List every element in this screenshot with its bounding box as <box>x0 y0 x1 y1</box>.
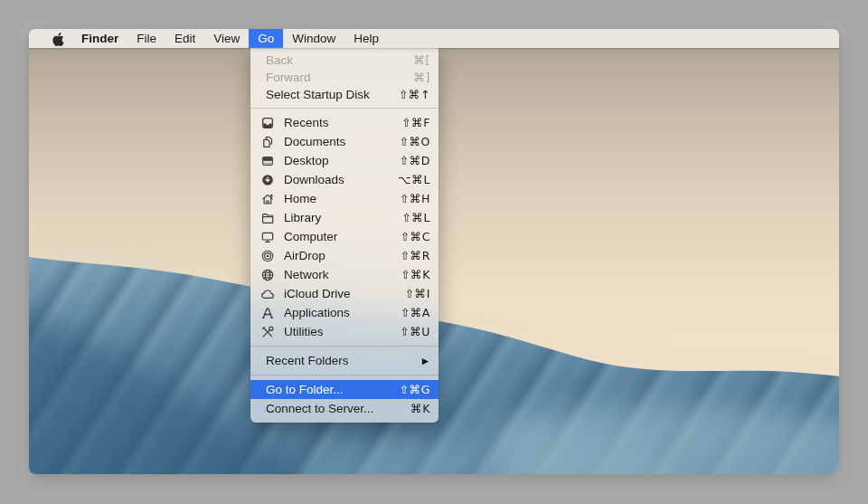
menu-separator <box>250 108 439 109</box>
menu-item-label: Recents <box>284 116 329 129</box>
menu-item-shortcut: ⇧⌘C <box>400 230 430 243</box>
menu-item-label: Applications <box>284 306 350 319</box>
menu-item-shortcut: ⌘] <box>413 71 430 84</box>
menubar-item-file[interactable]: File <box>127 29 165 48</box>
menu-item-computer[interactable]: Computer⇧⌘C <box>250 227 439 246</box>
menu-item-recents[interactable]: Recents⇧⌘F <box>250 113 439 132</box>
menubar-item-view[interactable]: View <box>204 29 249 48</box>
menu-item-connect-to-server[interactable]: Connect to Server...⌘K <box>250 399 439 418</box>
menu-item-airdrop[interactable]: AirDrop⇧⌘R <box>250 246 439 265</box>
menu-item-label: Documents <box>284 135 345 148</box>
menu-item-network[interactable]: Network⇧⌘K <box>250 265 439 284</box>
network-icon <box>260 268 276 282</box>
menubar-item-go[interactable]: Go <box>249 29 283 48</box>
menu-item-label: Connect to Server... <box>266 402 373 415</box>
menu-item-downloads[interactable]: Downloads⌥⌘L <box>250 170 439 189</box>
menu-item-label: Recent Folders <box>266 354 349 367</box>
home-icon <box>260 192 276 206</box>
menu-item-utilities[interactable]: Utilities⇧⌘U <box>250 322 439 341</box>
menu-item-shortcut: ⇧⌘I <box>405 287 430 300</box>
menu-item-go-to-folder[interactable]: Go to Folder...⇧⌘G <box>250 380 439 399</box>
menu-bar: FinderFileEditViewGoWindowHelp <box>29 29 839 48</box>
menu-item-shortcut: ⌘K <box>410 402 430 415</box>
go-menu-dropdown: Back⌘[Forward⌘]Select Startup Disk⇧⌘↑Rec… <box>250 48 439 423</box>
menu-separator <box>250 375 439 376</box>
icloud-icon <box>260 287 276 301</box>
menu-item-shortcut: ⇧⌘H <box>400 192 430 205</box>
menu-item-desktop[interactable]: Desktop⇧⌘D <box>250 151 439 170</box>
menu-item-back[interactable]: Back⌘[ <box>250 52 439 69</box>
screenshot-frame: { "menubar": { "apple_menu_icon": "apple… <box>0 0 868 504</box>
library-icon <box>260 211 276 225</box>
menubar-item-finder[interactable]: Finder <box>72 29 127 48</box>
utilities-icon <box>260 325 276 339</box>
applications-icon <box>260 306 276 320</box>
menu-item-shortcut: ⌘[ <box>413 53 430 67</box>
desktop-icon <box>260 154 276 168</box>
menu-item-documents[interactable]: Documents⇧⌘O <box>250 132 439 151</box>
menubar-item-window[interactable]: Window <box>283 29 344 48</box>
menu-item-shortcut: ⌥⌘L <box>398 173 430 186</box>
menu-item-label: Downloads <box>284 173 344 186</box>
menu-item-label: iCloud Drive <box>284 287 351 300</box>
menu-item-shortcut: ⇧⌘A <box>401 306 430 319</box>
submenu-arrow-icon: ▶ <box>422 356 429 366</box>
menu-item-shortcut: ⇧⌘↑ <box>399 88 430 101</box>
menu-item-label: Library <box>284 211 321 224</box>
menu-item-label: Computer <box>284 230 337 243</box>
menubar-item-help[interactable]: Help <box>344 29 388 48</box>
menu-item-label: Desktop <box>284 154 329 167</box>
documents-icon <box>260 135 276 149</box>
menu-item-shortcut: ⇧⌘U <box>400 325 430 338</box>
menubar-item-edit[interactable]: Edit <box>165 29 204 48</box>
menu-item-shortcut: ⇧⌘R <box>401 249 430 262</box>
menu-item-shortcut: ⇧⌘L <box>401 211 430 224</box>
menu-item-shortcut: ⇧⌘D <box>400 154 430 167</box>
menu-item-icloud-drive[interactable]: iCloud Drive⇧⌘I <box>250 284 439 303</box>
menu-item-recent-folders[interactable]: Recent Folders▶ <box>250 351 439 370</box>
apple-menu[interactable] <box>44 29 72 48</box>
menu-item-label: Select Startup Disk <box>266 88 370 101</box>
apple-icon <box>52 33 64 46</box>
computer-icon <box>260 230 276 244</box>
menu-item-shortcut: ⇧⌘F <box>401 116 430 129</box>
screen: FinderFileEditViewGoWindowHelp Back⌘[For… <box>29 29 839 474</box>
menu-item-shortcut: ⇧⌘G <box>400 383 430 396</box>
menu-item-label: Network <box>284 268 329 281</box>
recents-icon <box>260 116 276 130</box>
menu-item-applications[interactable]: Applications⇧⌘A <box>250 303 439 322</box>
menu-item-label: AirDrop <box>284 249 326 262</box>
airdrop-icon <box>260 249 276 263</box>
menu-item-label: Back <box>266 53 293 67</box>
menu-item-label: Go to Folder... <box>266 383 344 396</box>
menu-item-label: Forward <box>266 71 311 84</box>
menu-item-select-startup-disk[interactable]: Select Startup Disk⇧⌘↑ <box>250 86 439 103</box>
menu-item-label: Utilities <box>284 325 324 338</box>
menu-item-home[interactable]: Home⇧⌘H <box>250 189 439 208</box>
menu-item-shortcut: ⇧⌘O <box>399 135 430 148</box>
downloads-icon <box>260 173 276 187</box>
menu-item-shortcut: ⇧⌘K <box>401 268 430 281</box>
menu-item-library[interactable]: Library⇧⌘L <box>250 208 439 227</box>
menu-item-forward[interactable]: Forward⌘] <box>250 69 439 86</box>
menu-separator <box>250 346 439 347</box>
menu-item-label: Home <box>284 192 316 205</box>
